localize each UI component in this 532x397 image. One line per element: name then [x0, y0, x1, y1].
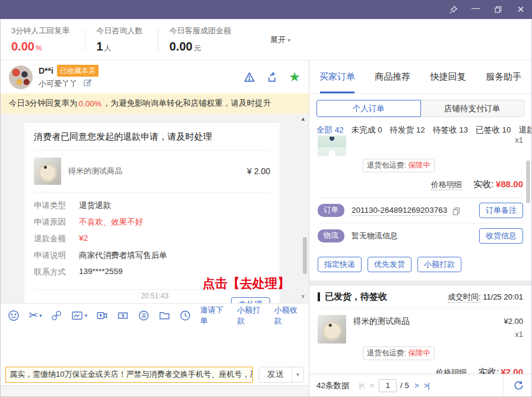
page-input[interactable] — [379, 379, 397, 392]
last-page-button[interactable]: >| — [424, 381, 429, 390]
favorite-star-icon[interactable]: ★ — [289, 71, 300, 83]
pin-icon[interactable] — [442, 0, 464, 19]
restore-button[interactable] — [487, 0, 509, 19]
tutorial-annotation: 点击【去处理】 — [202, 275, 290, 292]
filter-incomplete[interactable]: 未完成 0 — [352, 125, 382, 136]
customer-name: D**i — [39, 66, 53, 75]
prev-page-button[interactable]: < — [370, 381, 374, 390]
avatar[interactable] — [9, 65, 33, 89]
paid-value: ¥88.00 — [496, 179, 523, 189]
tab-product-recommend[interactable]: 商品推荐 — [365, 61, 421, 93]
link-icon[interactable] — [50, 310, 62, 322]
segment-shop-pending-orders[interactable]: 店铺待支付订单 — [421, 100, 525, 117]
send-options-caret[interactable]: ▾ — [292, 367, 303, 382]
product-price: ¥ 2.00 — [247, 166, 270, 176]
priority-ship-button[interactable]: 优先发货 — [368, 257, 411, 272]
order-remark-button[interactable]: 订单备注 — [479, 203, 523, 218]
scroll-down-icon[interactable]: ▼ — [300, 294, 306, 300]
first-page-button[interactable]: |< — [359, 381, 365, 390]
refund-card-title: 消费者已同意您发起的退款申请，请及时处理 — [34, 123, 270, 150]
coupon-icon[interactable]: ¥ — [117, 310, 129, 322]
close-button[interactable]: ✕ — [509, 0, 532, 19]
order-badge: 订单 — [318, 204, 344, 217]
marquee-text-right: 严禁与消费者交换手机号、座机号，严禁 — [126, 369, 253, 380]
filter-refunding[interactable]: 退款中 7 — [518, 125, 531, 136]
pagination-bar: 42条数据 |< < / 5 > >| — [309, 374, 531, 396]
stat-unit: 人 — [104, 44, 111, 52]
expand-toggle[interactable]: 展开▾ — [270, 34, 290, 45]
order-actions: 指定快递 优先发货 小额打款 — [318, 248, 523, 281]
refresh-icon[interactable] — [503, 374, 524, 396]
chat-panel: D**i已收藏本店 小可爱丫丫 ★ 今日3分钟回复率为 0.00%，为避免影响询… — [1, 61, 309, 396]
detail-value: ¥2 — [79, 234, 88, 244]
report-warning-icon[interactable] — [243, 71, 255, 83]
receiver-info-button[interactable]: 收货信息 — [479, 228, 523, 244]
message-input[interactable] — [1, 327, 309, 364]
order-product-row[interactable]: x1 — [318, 136, 523, 156]
share-forward-icon[interactable] — [266, 71, 278, 83]
logistics-badge: 物流 — [318, 229, 344, 242]
memo-edit-icon[interactable] — [83, 78, 92, 90]
invite-order-link[interactable]: 邀请下单 — [200, 305, 227, 326]
emoji-icon[interactable] — [8, 310, 20, 322]
notice-rate: 0.00% — [79, 99, 102, 108]
filter-to-ship[interactable]: 待发货 12 — [390, 125, 425, 136]
refund-icon[interactable]: 退 — [138, 310, 150, 322]
stat-value: 0.00 — [11, 40, 34, 53]
chevron-down-icon: ▾ — [39, 313, 42, 319]
price-detail-link[interactable]: 价格明细 — [431, 180, 462, 190]
order-number[interactable]: 201130-264891269203763 — [352, 206, 447, 216]
chevron-down-icon: ▾ — [84, 313, 87, 319]
folder-icon[interactable] — [159, 310, 170, 322]
input-bottom-row: 属实，需缴纳10万保证金或关店！ 严禁与消费者交换手机号、座机号，严禁 发送 ▾ — [1, 364, 309, 385]
order-product-row[interactable]: 得米的测试商品 ¥2.00x1 — [318, 308, 523, 344]
tab-buyer-orders[interactable]: 买家订单 — [309, 61, 365, 93]
chat-header: D**i已收藏本店 小可爱丫丫 ★ — [1, 61, 309, 93]
tab-service-assistant[interactable]: 服务助手 — [476, 61, 532, 93]
product-image — [34, 157, 61, 185]
history-clock-icon[interactable] — [179, 310, 191, 322]
filter-signed[interactable]: 已签收 10 — [476, 125, 511, 136]
stat-visitors: 今日咨询人数 1人 — [86, 26, 158, 53]
page-total: / 5 — [400, 381, 409, 390]
image-icon[interactable]: ▾ — [71, 310, 87, 322]
svg-text:退: 退 — [141, 313, 146, 319]
segment-personal-orders[interactable]: 个人订单 — [316, 100, 421, 117]
screenshot-scissors-icon[interactable]: ✂▾ — [28, 310, 42, 321]
detail-label: 申请说明 — [34, 250, 72, 261]
copy-icon[interactable] — [452, 206, 461, 215]
small-collect-link[interactable]: 小额收款 — [274, 305, 302, 326]
scroll-up-icon[interactable]: ▲ — [300, 116, 306, 122]
order-status-header: 已发货，待签收 成交时间: 11/25 20:01 — [318, 286, 523, 308]
logistics-text: 暂无物流信息 — [352, 231, 398, 241]
product-price: ¥2.00 — [504, 317, 523, 326]
chat-toolbar: ✂▾ ▾ ¥ 退 邀请下单 小额打款 — [1, 303, 309, 327]
small-payment-link[interactable]: 小额打款 — [237, 305, 264, 326]
detail-label: 申请类型 — [34, 200, 72, 211]
filter-all[interactable]: 全部 42 — [316, 125, 344, 136]
next-page-button[interactable]: > — [414, 381, 419, 390]
filter-to-receive[interactable]: 待签收 13 — [433, 125, 468, 136]
stat-label: 今日咨询人数 — [96, 26, 142, 36]
logistics-row: 物流 暂无物流信息 收货信息 — [318, 223, 523, 248]
orders-scrollbar[interactable] — [526, 160, 530, 203]
panel-tabs: 买家订单 商品推荐 快捷回复 服务助手 — [309, 61, 531, 94]
send-button[interactable]: 发送 — [259, 367, 292, 382]
tab-quick-reply[interactable]: 快捷回复 — [420, 61, 476, 93]
paid-label: 实收: — [473, 179, 493, 189]
chat-scrollbar[interactable] — [303, 237, 307, 274]
stat-group-amount: 今日客服成团金额 0.00元 — [159, 26, 246, 53]
message-area: ▲ 消费者已同意您发起的退款申请，请及时处理 得米的测试商品 ¥ 2.00 申请… — [1, 114, 309, 303]
minimize-button[interactable]: — — [464, 0, 487, 19]
app-window: — ✕ 3分钟人工回复率 0.00% 今日咨询人数 1人 今日客服成团金额 0.… — [0, 0, 532, 397]
deal-time-label: 成交时间: — [448, 292, 481, 303]
detail-value: 139****2559 — [79, 267, 123, 278]
stat-unit: % — [36, 44, 42, 52]
assign-courier-button[interactable]: 指定快递 — [318, 257, 362, 272]
refund-card-product[interactable]: 得米的测试商品 ¥ 2.00 — [34, 150, 270, 193]
marquee-text-left: 属实，需缴纳10万保证金或关店！ — [10, 369, 126, 380]
small-payment-button[interactable]: 小额打款 — [417, 257, 461, 272]
video-icon[interactable] — [96, 310, 108, 322]
stat-reply-rate: 3分钟人工回复率 0.00% — [1, 26, 85, 53]
order-list: x1 退货包运费: 保障中 价格明细 实收: ¥88.00 订单 201130-… — [309, 136, 531, 396]
